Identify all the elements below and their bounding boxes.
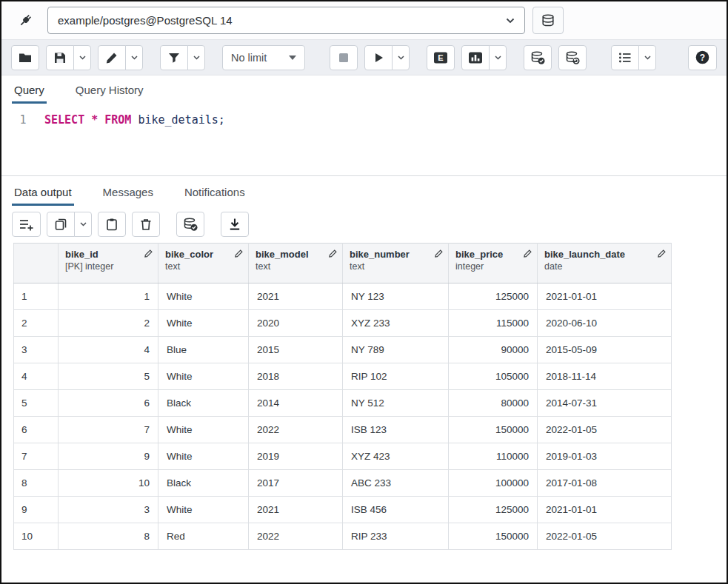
column-header-bike_model[interactable]: bike_modeltext — [249, 244, 343, 283]
cell-bike_price[interactable]: 150000 — [449, 523, 538, 550]
delete-row-button[interactable] — [132, 212, 160, 237]
grid-corner-cell[interactable] — [14, 244, 59, 283]
add-row-button[interactable] — [12, 212, 41, 237]
cell-bike_model[interactable]: 2021 — [249, 283, 343, 310]
filter-button[interactable] — [160, 45, 188, 70]
cell-bike_model[interactable]: 2014 — [249, 390, 343, 417]
cell-bike_price[interactable]: 125000 — [449, 283, 538, 310]
execute-button[interactable] — [364, 45, 393, 70]
column-header-bike_color[interactable]: bike_colortext — [158, 244, 249, 283]
cell-bike_number[interactable]: ISB 456 — [343, 497, 449, 523]
column-header-bike_number[interactable]: bike_numbertext — [343, 244, 449, 283]
download-results-button[interactable] — [221, 212, 249, 237]
cell-bike_color[interactable]: White — [158, 497, 249, 523]
cell-bike_price[interactable]: 115000 — [449, 310, 538, 337]
connection-selector[interactable]: example/postgres@PostgreSQL 14 — [47, 7, 525, 34]
connection-status-button[interactable] — [10, 7, 40, 34]
cell-bike_number[interactable]: RIP 102 — [343, 363, 449, 390]
save-file-menu-button[interactable] — [73, 45, 91, 70]
save-file-button[interactable] — [46, 45, 74, 70]
tab-data-output[interactable]: Data output — [12, 178, 74, 206]
cell-bike_launch_date[interactable]: 2021-01-01 — [538, 283, 672, 310]
open-file-button[interactable] — [11, 45, 39, 70]
cell-bike_launch_date[interactable]: 2022-01-05 — [538, 523, 672, 550]
cancel-query-button[interactable] — [330, 45, 358, 70]
cell-bike_number[interactable]: XYZ 423 — [343, 443, 449, 470]
cell-bike_price[interactable]: 125000 — [449, 497, 538, 523]
cell-bike_color[interactable]: Black — [158, 470, 249, 497]
paste-button[interactable] — [98, 212, 126, 237]
copy-button[interactable] — [47, 212, 75, 237]
explain-button[interactable]: E — [427, 45, 455, 70]
cell-bike_number[interactable]: ABC 233 — [343, 470, 449, 497]
column-header-bike_launch_date[interactable]: bike_launch_datedate — [538, 244, 672, 283]
cell-bike_id[interactable]: 4 — [59, 337, 158, 363]
cell-bike_id[interactable]: 10 — [59, 470, 158, 497]
cell-bike_model[interactable]: 2021 — [249, 497, 343, 523]
cell-bike_model[interactable]: 2019 — [249, 443, 343, 470]
column-header-bike_id[interactable]: bike_id[PK] integer — [59, 244, 158, 283]
sql-code[interactable]: SELECT * FROM bike_details; — [44, 104, 225, 175]
cell-bike_number[interactable]: NY 789 — [343, 337, 449, 363]
macros-menu-button[interactable] — [638, 45, 656, 70]
cell-bike_launch_date[interactable]: 2021-01-01 — [538, 497, 672, 523]
explain-analyze-button[interactable] — [461, 45, 490, 70]
cell-bike_launch_date[interactable]: 2020-06-10 — [538, 310, 672, 337]
row-number[interactable]: 2 — [14, 310, 59, 337]
row-number[interactable]: 7 — [14, 443, 59, 470]
cell-bike_launch_date[interactable]: 2015-05-09 — [538, 337, 672, 363]
help-button[interactable]: ? — [688, 45, 717, 70]
cell-bike_launch_date[interactable]: 2019-01-03 — [538, 443, 672, 470]
cell-bike_price[interactable]: 80000 — [449, 390, 538, 417]
tab-query[interactable]: Query — [12, 76, 47, 104]
cell-bike_id[interactable]: 2 — [59, 310, 158, 337]
cell-bike_color[interactable]: Blue — [158, 337, 249, 363]
cell-bike_color[interactable]: White — [158, 283, 249, 310]
cell-bike_price[interactable]: 100000 — [449, 470, 538, 497]
sql-editor[interactable]: 1 SELECT * FROM bike_details; — [1, 104, 727, 175]
tab-messages[interactable]: Messages — [101, 178, 156, 206]
column-header-bike_price[interactable]: bike_priceinteger — [449, 244, 538, 283]
row-number[interactable]: 1 — [14, 283, 59, 310]
row-number[interactable]: 6 — [14, 417, 59, 443]
cell-bike_model[interactable]: 2022 — [249, 417, 343, 443]
row-limit-select[interactable]: No limit — [222, 45, 305, 70]
cell-bike_number[interactable]: NY 512 — [343, 390, 449, 417]
cell-bike_color[interactable]: Black — [158, 390, 249, 417]
cell-bike_id[interactable]: 1 — [59, 283, 158, 310]
cell-bike_model[interactable]: 2022 — [249, 523, 343, 550]
cell-bike_launch_date[interactable]: 2022-01-05 — [538, 417, 672, 443]
commit-button[interactable] — [524, 45, 552, 70]
cell-bike_color[interactable]: White — [158, 417, 249, 443]
rollback-button[interactable] — [558, 45, 587, 70]
cell-bike_number[interactable]: XYZ 233 — [343, 310, 449, 337]
cell-bike_color[interactable]: White — [158, 443, 249, 470]
explain-analyze-menu-button[interactable] — [489, 45, 507, 70]
filter-menu-button[interactable] — [187, 45, 205, 70]
cell-bike_id[interactable]: 5 — [59, 363, 158, 390]
cell-bike_id[interactable]: 8 — [59, 523, 158, 550]
cell-bike_price[interactable]: 110000 — [449, 443, 538, 470]
cell-bike_id[interactable]: 7 — [59, 417, 158, 443]
cell-bike_model[interactable]: 2017 — [249, 470, 343, 497]
cell-bike_model[interactable]: 2018 — [249, 363, 343, 390]
cell-bike_number[interactable]: RIP 233 — [343, 523, 449, 550]
tab-query-history[interactable]: Query History — [73, 76, 146, 104]
tab-notifications[interactable]: Notifications — [182, 178, 247, 206]
new-connection-button[interactable] — [532, 7, 564, 34]
row-number[interactable]: 5 — [14, 390, 59, 417]
copy-menu-button[interactable] — [74, 212, 92, 237]
cell-bike_launch_date[interactable]: 2014-07-31 — [538, 390, 672, 417]
row-number[interactable]: 4 — [14, 363, 59, 390]
edit-button[interactable] — [98, 45, 126, 70]
cell-bike_id[interactable]: 6 — [59, 390, 158, 417]
cell-bike_color[interactable]: White — [158, 363, 249, 390]
execute-menu-button[interactable] — [392, 45, 410, 70]
cell-bike_color[interactable]: Red — [158, 523, 249, 550]
cell-bike_price[interactable]: 150000 — [449, 417, 538, 443]
cell-bike_model[interactable]: 2015 — [249, 337, 343, 363]
macros-button[interactable] — [611, 45, 639, 70]
cell-bike_price[interactable]: 90000 — [449, 337, 538, 363]
cell-bike_model[interactable]: 2020 — [249, 310, 343, 337]
edit-menu-button[interactable] — [125, 45, 143, 70]
